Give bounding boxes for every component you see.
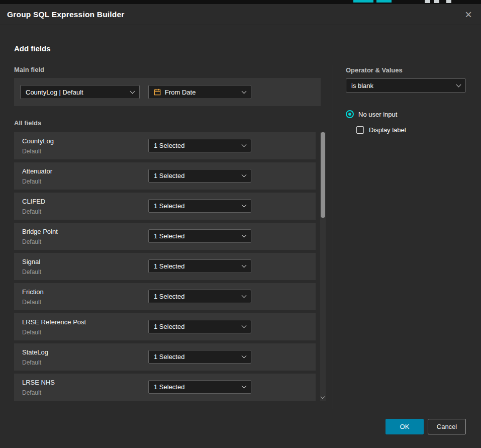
field-selected-value: 1 Selected — [154, 323, 184, 330]
field-row: LRSE Reference Post Default 1 Selected — [14, 313, 316, 340]
field-selected-dropdown[interactable]: 1 Selected — [148, 290, 251, 303]
field-subtitle: Default — [22, 299, 41, 306]
field-selected-dropdown[interactable]: 1 Selected — [148, 139, 251, 152]
date-field-dropdown-value: From Date — [165, 88, 196, 96]
chevron-down-icon — [242, 172, 247, 177]
calendar-icon — [154, 88, 161, 96]
field-selected-dropdown[interactable]: 1 Selected — [148, 229, 251, 243]
field-subtitle: Default — [22, 389, 41, 396]
field-name: CLIFED — [22, 198, 45, 205]
field-selected-dropdown[interactable]: 1 Selected — [148, 169, 251, 183]
chevron-down-icon — [242, 203, 247, 208]
cancel-button[interactable]: Cancel — [428, 419, 466, 434]
date-field-dropdown[interactable]: From Date — [148, 85, 251, 99]
field-selected-dropdown[interactable]: 1 Selected — [148, 350, 251, 364]
chevron-down-icon — [242, 233, 247, 238]
chevron-down-icon — [242, 293, 247, 298]
field-row: CountyLog Default 1 Selected — [14, 132, 316, 159]
chevron-down-icon — [130, 88, 135, 94]
background-fragment — [446, 0, 451, 3]
radio-no-user-input[interactable] — [346, 110, 354, 118]
background-fragment — [376, 0, 392, 3]
field-name: LRSE NHS — [22, 379, 55, 386]
screen: Group SQL Expression Builder × Add field… — [0, 0, 481, 448]
field-row: StateLog Default 1 Selected — [14, 343, 316, 371]
field-row: Friction Default 1 Selected — [14, 283, 316, 310]
field-selected-dropdown[interactable]: 1 Selected — [148, 259, 251, 273]
field-selected-value: 1 Selected — [154, 202, 184, 210]
background-fragment — [434, 0, 439, 3]
field-row: Attenuator Default 1 Selected — [14, 162, 316, 190]
main-field-panel: CountyLog | Default From Date — [14, 78, 321, 106]
field-subtitle: Default — [22, 148, 41, 155]
no-user-input-option[interactable]: No user input — [346, 110, 397, 118]
field-selected-value: 1 Selected — [154, 232, 184, 240]
field-name: Signal — [22, 258, 40, 265]
chevron-down-icon — [242, 142, 247, 147]
field-subtitle: Default — [22, 208, 41, 215]
chevron-down-icon — [242, 263, 247, 268]
chevron-down-icon — [242, 323, 247, 328]
add-fields-heading: Add fields — [14, 44, 51, 53]
layer-dropdown[interactable]: CountyLog | Default — [20, 85, 140, 99]
field-name: Friction — [22, 288, 44, 296]
field-subtitle: Default — [22, 178, 41, 185]
field-selected-value: 1 Selected — [154, 142, 184, 149]
field-subtitle: Default — [22, 329, 41, 336]
field-name: Bridge Point — [22, 228, 58, 235]
field-subtitle: Default — [22, 359, 41, 366]
field-selected-value: 1 Selected — [154, 172, 184, 180]
close-icon[interactable]: × — [461, 7, 476, 22]
group-sql-expression-builder-dialog: Group SQL Expression Builder × Add field… — [0, 4, 481, 448]
field-name: StateLog — [22, 348, 48, 356]
background-fragment — [425, 0, 430, 3]
field-subtitle: Default — [22, 238, 41, 245]
scrollbar-thumb[interactable] — [321, 132, 325, 218]
field-row: LRSE NHS Default 1 Selected — [14, 374, 316, 401]
checkbox-label: Display label — [369, 126, 406, 134]
chevron-down-icon — [242, 384, 247, 389]
operator-dropdown-value: is blank — [351, 82, 373, 89]
field-name: Attenuator — [22, 167, 52, 175]
chevron-down-icon — [242, 353, 247, 359]
checkbox-display-label[interactable] — [356, 126, 364, 134]
field-row: Signal Default 1 Selected — [14, 253, 316, 280]
field-selected-value: 1 Selected — [154, 293, 184, 300]
operator-values-label: Operator & Values — [346, 66, 403, 74]
scroll-down-icon[interactable] — [321, 395, 325, 399]
field-selected-value: 1 Selected — [154, 353, 184, 361]
operator-dropdown[interactable]: is blank — [346, 78, 466, 93]
field-selected-dropdown[interactable]: 1 Selected — [148, 380, 251, 394]
field-selected-dropdown[interactable]: 1 Selected — [148, 320, 251, 333]
chevron-down-icon — [456, 82, 461, 87]
dialog-header: Group SQL Expression Builder × — [0, 4, 481, 25]
field-selected-value: 1 Selected — [154, 262, 184, 270]
chevron-down-icon — [242, 88, 247, 94]
dialog-title: Group SQL Expression Builder — [7, 10, 125, 19]
field-selected-value: 1 Selected — [154, 383, 184, 391]
layer-dropdown-value: CountyLog | Default — [26, 88, 83, 96]
field-row: CLIFED Default 1 Selected — [14, 193, 316, 220]
vertical-divider — [333, 65, 333, 409]
field-subtitle: Default — [22, 268, 41, 276]
scrollbar[interactable] — [320, 132, 326, 401]
all-fields-label: All fields — [14, 119, 41, 127]
field-row: Bridge Point Default 1 Selected — [14, 223, 316, 250]
field-name: CountyLog — [22, 137, 54, 145]
main-field-label: Main field — [14, 66, 44, 73]
ok-button[interactable]: OK — [386, 419, 424, 434]
radio-label: No user input — [358, 111, 397, 118]
display-label-option[interactable]: Display label — [356, 126, 406, 134]
all-fields-list: CountyLog Default 1 Selected Attenuator … — [14, 132, 316, 404]
background-fragment — [353, 0, 373, 3]
field-selected-dropdown[interactable]: 1 Selected — [148, 199, 251, 213]
field-name: LRSE Reference Post — [22, 318, 86, 326]
